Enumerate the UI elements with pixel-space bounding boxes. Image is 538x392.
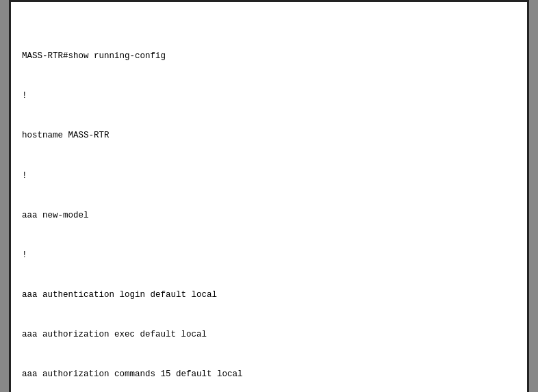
config-line-8: aaa authorization exec default local [22,328,516,341]
config-line-9: aaa authorization commands 15 default lo… [22,368,516,381]
config-line-2: ! [22,90,516,103]
terminal-window: MASS-RTR#show running-config ! hostname … [9,0,529,392]
config-line-6: ! [22,249,516,262]
config-line-5: aaa new-model [22,209,516,222]
config-line-3: hostname MASS-RTR [22,129,516,142]
config-line-7: aaa authentication login default local [22,289,516,302]
config-line-4: ! [22,170,516,183]
config-line-1: MASS-RTR#show running-config [22,50,516,63]
